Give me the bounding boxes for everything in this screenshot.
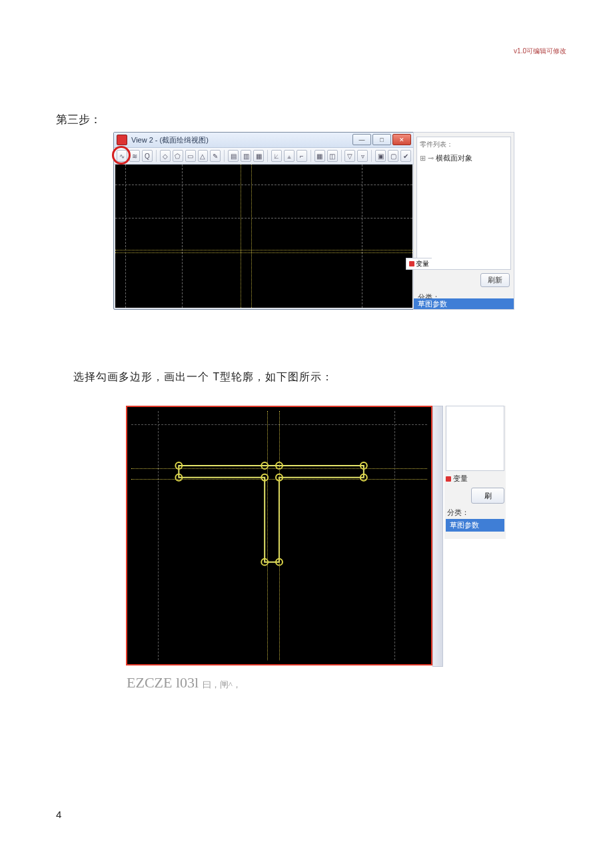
tool-grid2-icon[interactable]: ▥ xyxy=(241,150,251,162)
bottom-caption: EZCZE l03l 曰，闸^， xyxy=(127,674,241,691)
figure-2: 变量 刷 分类： 草图参数 xyxy=(126,406,506,681)
window-titlebar[interactable]: View 2 - (截面绘缉视图) — □ ✕ xyxy=(114,133,414,148)
step-title: 第三步： xyxy=(56,112,101,127)
class-label-2: 分类： xyxy=(447,508,503,518)
tool-shape-rect-icon[interactable]: ▭ xyxy=(185,150,196,162)
toolbar-separator xyxy=(156,150,157,162)
tool-grid3-icon[interactable]: ▦ xyxy=(253,150,264,162)
bottom-caption-sub: 曰，闸^， xyxy=(203,679,241,689)
tool-angle1-icon[interactable]: ⟀ xyxy=(271,150,282,162)
tool-zoom-icon[interactable]: Q xyxy=(142,150,153,162)
toolbar: ∿ ≋ Q ◇ ⬠ ▭ △ ✎ ▤ ▥ ▦ ⟀ ⟁ ⌐ ▦ ◫ xyxy=(114,148,414,165)
part-tree[interactable]: 零件列表： 横截面对象 xyxy=(416,137,511,270)
red-dot-icon xyxy=(446,476,451,482)
app-window: View 2 - (截面绘缉视图) — □ ✕ ∿ ≋ Q ◇ ⬠ ▭ △ ✎ xyxy=(113,132,414,310)
tool-edit-icon[interactable]: ✎ xyxy=(210,150,221,162)
tool-polyline-icon[interactable]: ∿ xyxy=(117,150,127,162)
tool-angle3-icon[interactable]: ⌐ xyxy=(297,150,307,162)
toolbar-separator xyxy=(267,150,268,162)
toolbar-separator xyxy=(341,150,342,162)
tool-grid1-icon[interactable]: ▤ xyxy=(228,150,239,162)
refresh-button[interactable]: 刷新 xyxy=(480,273,510,287)
page-number: 4 xyxy=(56,809,61,820)
sketch-params-bar-2[interactable]: 草图参数 xyxy=(446,519,504,532)
window-maximize-button[interactable]: □ xyxy=(372,134,391,145)
toolbar-separator xyxy=(224,150,225,162)
tool-tri2-icon[interactable]: ▿ xyxy=(357,150,368,162)
tool-shape-pentagon-icon[interactable]: ⬠ xyxy=(173,150,183,162)
drawing-canvas-1[interactable] xyxy=(115,165,412,308)
tool-block1-icon[interactable]: ▦ xyxy=(314,150,325,162)
instruction-text: 选择勾画多边形，画出一个 T型轮廓，如下图所示： xyxy=(73,370,333,384)
refresh-button-2[interactable]: 刷 xyxy=(471,488,504,504)
red-dot-icon xyxy=(409,261,414,266)
window-minimize-button[interactable]: — xyxy=(352,134,371,145)
figure-1: View 2 - (截面绘缉视图) — □ ✕ ∿ ≋ Q ◇ ⬠ ▭ △ ✎ xyxy=(113,132,513,310)
header-version-note: v1.0可编辑可修改 xyxy=(514,47,566,56)
tool-shape-tri-icon[interactable]: △ xyxy=(198,150,209,162)
app-icon xyxy=(117,135,127,145)
tool-block2-icon[interactable]: ◫ xyxy=(327,150,338,162)
toolbar-separator xyxy=(371,150,372,162)
tool-misc2-icon[interactable]: ▢ xyxy=(388,150,398,162)
side-panel-1: 零件列表： 横截面对象 变量 刷新 分类： 草图参数 xyxy=(413,132,514,310)
tool-curve-icon[interactable]: ≋ xyxy=(129,150,140,162)
toolbar-separator xyxy=(310,150,311,162)
drawing-canvas-2[interactable] xyxy=(131,411,427,660)
tree-item[interactable]: 横截面对象 xyxy=(420,153,508,163)
tool-tri1-icon[interactable]: ▽ xyxy=(344,150,355,162)
variables-tab-2-label: 变量 xyxy=(453,474,468,484)
side-panel-2: 变量 刷 分类： 草图参数 xyxy=(444,406,506,539)
window-title-text: View 2 - (截面绘缉视图) xyxy=(131,135,209,145)
tool-check-icon[interactable]: ✔ xyxy=(400,150,411,162)
bottom-caption-main: EZCZE l03l xyxy=(127,674,199,691)
tool-misc1-icon[interactable]: ▣ xyxy=(375,150,386,162)
tool-angle2-icon[interactable]: ⟁ xyxy=(284,150,295,162)
drawing-canvas-2-frame xyxy=(126,406,432,665)
variables-tab-2[interactable]: 变量 xyxy=(446,474,504,484)
tree-header: 零件列表： xyxy=(420,140,508,149)
tool-shape-diamond-icon[interactable]: ◇ xyxy=(160,150,171,162)
variables-tab-label: 变量 xyxy=(416,259,429,268)
t-profile-path xyxy=(179,466,364,562)
window-close-button[interactable]: ✕ xyxy=(392,134,411,145)
variables-tab[interactable]: 变量 xyxy=(406,258,432,270)
tree-box-2[interactable] xyxy=(446,406,504,471)
sketch-params-bar[interactable]: 草图参数 xyxy=(414,298,514,309)
scrollbar[interactable] xyxy=(432,406,443,667)
